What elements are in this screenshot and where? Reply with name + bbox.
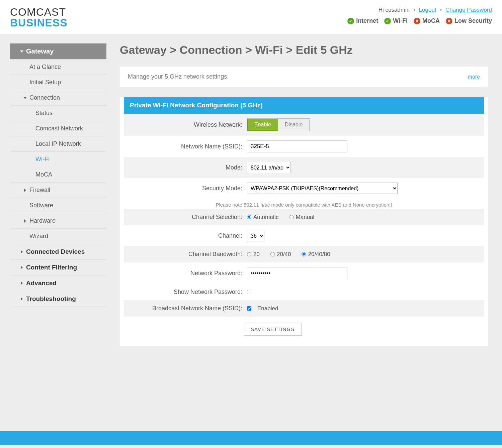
separator: • xyxy=(411,7,417,13)
check-icon: ✓ xyxy=(347,18,354,24)
sidebar-item-comcast-network[interactable]: Comcast Network xyxy=(10,121,106,136)
radio-manual[interactable]: Manual xyxy=(289,214,315,221)
row-wireless-network: Wireless Network: Enable Disable xyxy=(124,114,484,136)
greeting-text: Hi cusadmin xyxy=(379,7,410,13)
show-password-label: Show Network Password: xyxy=(130,289,247,296)
sidebar: Gateway At a Glance Initial Setup Connec… xyxy=(10,43,106,346)
user-row: Hi cusadmin • Logout • Change Password xyxy=(347,7,492,13)
show-password-checkbox[interactable] xyxy=(247,290,251,294)
radio-bw-204080-input[interactable] xyxy=(302,252,306,256)
more-link[interactable]: more xyxy=(468,74,480,80)
row-broadcast: Broadcast Network Name (SSID): Enabled xyxy=(124,300,484,317)
row-channel: Channel: 36 xyxy=(124,225,484,246)
bandwidth-label: Channel Bandwidth: xyxy=(130,251,247,258)
panel-title: Private Wi-Fi Network Configuration (5 G… xyxy=(124,97,484,114)
radio-label: 20/40/80 xyxy=(308,251,330,258)
status-wifi: ✓ Wi-Fi xyxy=(384,17,408,24)
channel-label: Channel: xyxy=(130,232,247,239)
status-label: Internet xyxy=(356,17,378,24)
logo: COMCAST BUSINESS xyxy=(10,7,68,28)
x-icon: ✕ xyxy=(446,18,452,24)
sidebar-item-connection[interactable]: Connection xyxy=(10,90,106,105)
wireless-network-label: Wireless Network: xyxy=(130,121,247,128)
radio-bw-20[interactable]: 20 xyxy=(247,251,260,258)
status-security: ✕ Low Security xyxy=(446,17,492,24)
banner-text: Manage your 5 GHz network settings. xyxy=(128,73,229,80)
row-security: Security Mode: WPAWPA2-PSK (TKIP/AES)(Re… xyxy=(124,178,484,199)
row-show-password: Show Network Password: xyxy=(124,284,484,300)
sidebar-item-troubleshooting[interactable]: Troubleshooting xyxy=(10,291,106,307)
disable-button[interactable]: Disable xyxy=(278,119,309,131)
logout-link[interactable]: Logout xyxy=(419,7,436,13)
logo-top: COMCAST xyxy=(10,7,68,17)
radio-bw-20-input[interactable] xyxy=(247,252,251,256)
radio-label: 20/40 xyxy=(277,251,291,258)
security-select[interactable]: WPAWPA2-PSK (TKIP/AES)(Recommended) xyxy=(247,183,398,194)
enable-button[interactable]: Enable xyxy=(247,119,278,131)
row-ssid: Network Name (SSID): xyxy=(124,136,484,157)
radio-label: Automatic xyxy=(253,214,279,221)
radio-automatic[interactable]: Automatic xyxy=(247,214,279,221)
row-bandwidth: Channel Bandwidth: 20 20/40 20/40/80 xyxy=(124,246,484,262)
sidebar-item-wizard[interactable]: Wizard xyxy=(10,229,106,244)
password-input[interactable] xyxy=(247,267,347,279)
sidebar-item-initial-setup[interactable]: Initial Setup xyxy=(10,75,106,90)
sidebar-item-status[interactable]: Status xyxy=(10,106,106,121)
channel-selection-label: Channel Selection: xyxy=(130,214,247,221)
x-icon: ✕ xyxy=(414,18,420,24)
info-banner: Manage your 5 GHz network settings. more xyxy=(120,67,488,87)
mode-label: Mode: xyxy=(130,164,247,171)
change-password-link[interactable]: Change Password xyxy=(445,7,492,13)
sidebar-item-software[interactable]: Software xyxy=(10,198,106,213)
config-panel: Private Wi-Fi Network Configuration (5 G… xyxy=(120,97,488,346)
footer-bar xyxy=(0,431,502,445)
save-settings-button[interactable]: SAVE SETTINGS xyxy=(244,323,302,336)
radio-bw-2040[interactable]: 20/40 xyxy=(270,251,291,258)
radio-label: Manual xyxy=(296,214,315,221)
password-label: Network Password: xyxy=(130,270,247,277)
logo-bottom: BUSINESS xyxy=(10,17,68,28)
ssid-input[interactable] xyxy=(247,140,347,152)
status-row: ✓ Internet ✓ Wi-Fi ✕ MoCA ✕ Low Security xyxy=(347,17,492,24)
main-content: Gateway > Connection > Wi-Fi > Edit 5 GH… xyxy=(120,43,488,346)
separator: • xyxy=(438,7,444,13)
broadcast-checkbox[interactable] xyxy=(247,306,251,311)
row-password: Network Password: xyxy=(124,262,484,284)
sidebar-item-firewall[interactable]: Firewall xyxy=(10,183,106,198)
status-moca: ✕ MoCA xyxy=(414,17,440,24)
security-label: Security Mode: xyxy=(130,185,247,192)
status-label: Wi-Fi xyxy=(393,17,408,24)
mode-select[interactable]: 802.11 a/n/ac xyxy=(247,162,291,173)
wireless-toggle: Enable Disable xyxy=(247,118,310,131)
status-internet: ✓ Internet xyxy=(347,17,378,24)
radio-manual-input[interactable] xyxy=(289,215,294,219)
sidebar-item-moca[interactable]: MoCA xyxy=(10,167,106,182)
radio-label: 20 xyxy=(253,251,260,258)
compatibility-note: Please note 802.11 n/ac mode only compat… xyxy=(120,199,488,209)
sidebar-item-wifi[interactable]: Wi-Fi xyxy=(10,152,106,167)
header: COMCAST BUSINESS Hi cusadmin • Logout • … xyxy=(0,0,502,34)
sidebar-item-advanced[interactable]: Advanced xyxy=(10,275,106,291)
sidebar-item-gateway[interactable]: Gateway xyxy=(10,43,106,59)
sidebar-item-hardware[interactable]: Hardware xyxy=(10,213,106,228)
check-icon: ✓ xyxy=(384,18,391,24)
broadcast-label: Broadcast Network Name (SSID): xyxy=(130,305,247,312)
sidebar-item-content-filtering[interactable]: Content Filtering xyxy=(10,260,106,275)
sidebar-item-local-ip[interactable]: Local IP Network xyxy=(10,136,106,151)
radio-bw-2040-input[interactable] xyxy=(270,252,275,256)
radio-bw-204080[interactable]: 20/40/80 xyxy=(302,251,330,258)
sidebar-item-at-a-glance[interactable]: At a Glance xyxy=(10,60,106,75)
channel-select[interactable]: 36 xyxy=(247,230,264,241)
row-channel-selection: Channel Selection: Automatic Manual xyxy=(124,209,484,225)
ssid-label: Network Name (SSID): xyxy=(130,143,247,150)
sidebar-item-connected-devices[interactable]: Connected Devices xyxy=(10,244,106,259)
breadcrumb: Gateway > Connection > Wi-Fi > Edit 5 GH… xyxy=(120,43,488,57)
radio-automatic-input[interactable] xyxy=(247,215,251,219)
broadcast-enabled-text: Enabled xyxy=(257,305,278,312)
row-mode: Mode: 802.11 a/n/ac xyxy=(124,157,484,178)
status-label: Low Security xyxy=(454,17,492,24)
status-label: MoCA xyxy=(422,17,440,24)
